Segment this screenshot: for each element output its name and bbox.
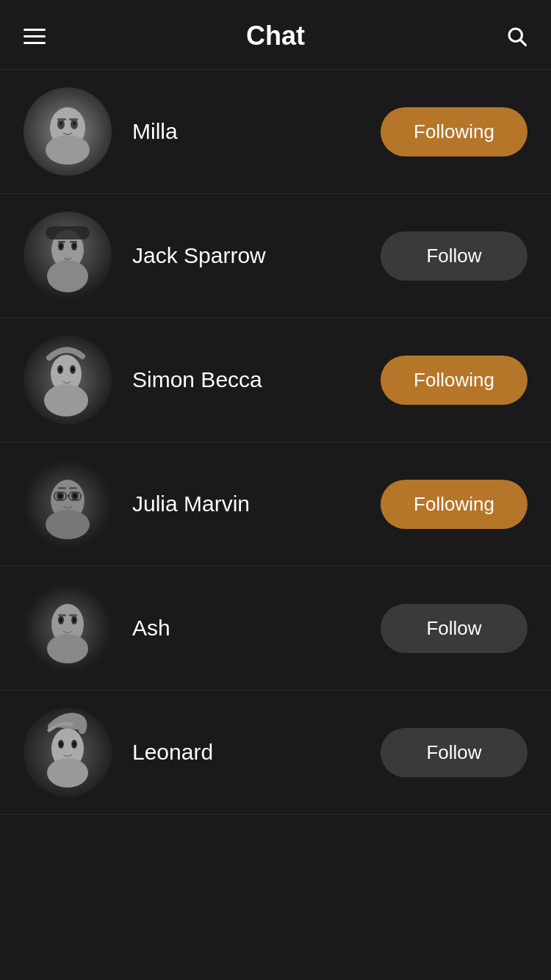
avatar-leonard <box>24 708 112 796</box>
svg-rect-39 <box>69 487 77 489</box>
contact-name-jack-sparrow: Jack Sparrow <box>132 243 381 268</box>
follow-button-milla[interactable]: Following <box>381 107 527 156</box>
avatar-jack-sparrow <box>24 212 112 300</box>
avatar-ash <box>24 584 112 672</box>
menu-icon[interactable] <box>24 29 46 44</box>
svg-point-33 <box>59 494 62 498</box>
contact-name-milla: Milla <box>132 119 381 144</box>
contact-item-leonard: LeonardFollow <box>0 691 551 815</box>
app-header: Chat <box>0 0 551 70</box>
svg-point-16 <box>60 244 62 248</box>
follow-button-jack-sparrow[interactable]: Follow <box>381 231 527 281</box>
svg-point-54 <box>60 742 62 746</box>
contact-name-ash: Ash <box>132 616 381 641</box>
contact-item-julia-marvin: Julia MarvinFollowing <box>0 442 551 566</box>
svg-point-17 <box>73 244 76 248</box>
follow-button-simon-becca[interactable]: Following <box>381 356 527 405</box>
svg-point-7 <box>60 121 62 126</box>
contact-name-simon-becca: Simon Becca <box>132 367 381 392</box>
svg-rect-10 <box>69 118 78 120</box>
svg-rect-48 <box>69 614 77 616</box>
page-title: Chat <box>246 21 305 51</box>
follow-button-julia-marvin[interactable]: Following <box>381 480 527 529</box>
contact-item-ash: AshFollow <box>0 566 551 691</box>
svg-point-8 <box>73 121 76 126</box>
svg-point-45 <box>60 618 62 622</box>
svg-point-4 <box>46 135 90 165</box>
svg-point-23 <box>44 384 88 417</box>
svg-point-27 <box>71 367 74 372</box>
svg-rect-19 <box>70 241 77 243</box>
contact-name-julia-marvin: Julia Marvin <box>132 491 381 516</box>
svg-rect-9 <box>57 118 66 120</box>
svg-point-34 <box>73 494 77 498</box>
contact-item-simon-becca: Simon BeccaFollowing <box>0 318 551 442</box>
search-icon[interactable] <box>505 25 527 47</box>
avatar-julia-marvin <box>24 460 112 548</box>
contact-name-leonard: Leonard <box>132 740 381 765</box>
svg-rect-20 <box>46 226 90 239</box>
svg-point-51 <box>47 758 88 788</box>
svg-point-42 <box>47 634 88 663</box>
follow-button-ash[interactable]: Follow <box>381 604 527 653</box>
svg-point-30 <box>46 510 90 539</box>
svg-rect-18 <box>58 241 65 243</box>
contact-item-jack-sparrow: Jack SparrowFollow <box>0 194 551 318</box>
svg-point-26 <box>59 367 62 372</box>
svg-point-46 <box>73 618 76 622</box>
follow-button-leonard[interactable]: Follow <box>381 728 527 777</box>
contact-item-milla: MillaFollowing <box>0 70 551 194</box>
contact-list: MillaFollowing Jack SparrowFollow Simo <box>0 70 551 815</box>
svg-rect-47 <box>58 614 66 616</box>
svg-line-1 <box>521 40 526 46</box>
svg-point-13 <box>47 260 88 292</box>
svg-rect-38 <box>58 487 66 489</box>
avatar-simon-becca <box>24 336 112 424</box>
avatar-milla <box>24 87 112 176</box>
svg-point-55 <box>73 742 76 746</box>
